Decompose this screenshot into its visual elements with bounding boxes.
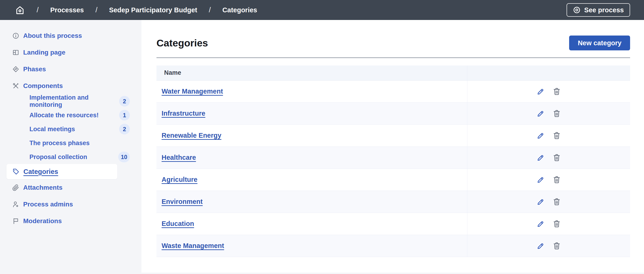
delete-category-button[interactable]: [552, 197, 562, 206]
sidebar-item-label: Components: [23, 82, 63, 90]
main-header: Categories New category: [156, 36, 630, 50]
component-label: Proposal collection: [30, 154, 87, 161]
topbar: / Processes / Sedep Participatory Budget…: [0, 0, 644, 20]
trash-icon: [552, 241, 561, 250]
table-row: Healthcare: [156, 147, 630, 169]
delete-category-button[interactable]: [552, 87, 562, 96]
trash-icon: [552, 131, 561, 140]
edit-category-button[interactable]: [536, 175, 545, 184]
category-link[interactable]: Water Management: [162, 88, 223, 95]
sidebar-item-moderations[interactable]: Moderations: [0, 213, 142, 229]
category-link[interactable]: Healthcare: [162, 154, 196, 161]
sidebar-item-process-admins[interactable]: Process admins: [0, 196, 142, 213]
sidebar-item-label: Categories: [24, 168, 58, 176]
tag-icon: [12, 168, 20, 175]
trash-icon: [552, 153, 561, 162]
table-row: Water Management: [156, 80, 630, 102]
trash-icon: [552, 219, 561, 228]
edit-category-button[interactable]: [536, 131, 545, 140]
breadcrumb: / Processes / Sedep Participatory Budget…: [15, 5, 257, 15]
categories-table: Name Water Management Infrastructure: [156, 65, 630, 257]
delete-category-button[interactable]: [552, 131, 562, 140]
category-link[interactable]: Agriculture: [162, 176, 198, 183]
home-gear-icon: [15, 5, 25, 15]
trash-icon: [552, 109, 561, 118]
component-count-badge: 1: [119, 110, 130, 120]
sidebar-component-allocate-the-resources[interactable]: Allocate the resources! 1: [0, 108, 142, 122]
breadcrumb-separator: /: [37, 6, 39, 14]
pencil-icon: [537, 220, 544, 228]
component-label: The process phases: [30, 140, 90, 147]
edit-category-button[interactable]: [536, 153, 545, 162]
tools-icon: [12, 82, 19, 89]
pencil-icon: [537, 88, 544, 95]
name-column-header: Name: [156, 65, 467, 81]
breadcrumb-processes[interactable]: Processes: [50, 6, 84, 14]
trash-icon: [552, 175, 561, 184]
category-link[interactable]: Renewable Energy: [162, 132, 222, 139]
sidebar-component-the-process-phases[interactable]: The process phases: [0, 136, 142, 150]
table-row: Waste Management: [156, 235, 630, 257]
edit-category-button[interactable]: [536, 197, 545, 206]
footer-strip: [142, 272, 644, 274]
sidebar-item-label: Phases: [23, 65, 46, 73]
delete-category-button[interactable]: [552, 175, 562, 184]
edit-category-button[interactable]: [536, 219, 545, 228]
sidebar-item-label: Process admins: [23, 201, 73, 208]
sidebar-item-label: Attachments: [23, 184, 62, 191]
sidebar-item-label: About this process: [23, 32, 82, 40]
breadcrumb-current-page: Categories: [222, 6, 257, 14]
new-category-button[interactable]: New category: [569, 36, 630, 50]
breadcrumb-separator: /: [96, 6, 98, 14]
sidebar-item-label: Landing page: [23, 49, 65, 56]
sidebar-item-about-this-process[interactable]: About this process: [0, 27, 142, 44]
user-gear-icon: [12, 201, 19, 208]
trash-icon: [552, 87, 561, 96]
component-label: Allocate the resources!: [30, 112, 99, 119]
pencil-icon: [537, 132, 544, 140]
component-label: Local meetings: [30, 126, 75, 133]
delete-category-button[interactable]: [552, 153, 562, 162]
delete-category-button[interactable]: [552, 219, 562, 228]
table-row: Agriculture: [156, 169, 630, 191]
sidebar-component-local-meetings[interactable]: Local meetings 2: [0, 122, 142, 136]
header-divider: [156, 57, 630, 58]
pencil-icon: [537, 154, 544, 162]
trash-icon: [552, 197, 561, 206]
sidebar-item-categories-selected[interactable]: Categories: [6, 164, 117, 179]
edit-category-button[interactable]: [536, 241, 545, 250]
table-row: Renewable Energy: [156, 124, 630, 147]
main-content: Categories New category Name Water Manag…: [142, 20, 644, 274]
sidebar-item-phases[interactable]: Phases: [0, 61, 142, 78]
see-process-label: See process: [584, 6, 624, 14]
breadcrumb-process-name[interactable]: Sedep Participatory Budget: [109, 6, 197, 14]
component-count-badge: 2: [119, 124, 130, 134]
delete-category-button[interactable]: [552, 109, 562, 118]
category-link[interactable]: Education: [162, 220, 194, 227]
delete-category-button[interactable]: [552, 241, 562, 250]
table-header-row: Name: [156, 65, 630, 81]
pencil-icon: [537, 198, 544, 206]
category-link[interactable]: Infrastructure: [162, 110, 206, 117]
sidebar-item-label: Moderations: [23, 217, 62, 225]
page-title: Categories: [156, 38, 208, 48]
sidebar-item-attachments[interactable]: Attachments: [0, 179, 142, 196]
phases-icon: [12, 66, 19, 73]
info-icon: [12, 32, 19, 39]
pencil-icon: [537, 110, 544, 117]
sidebar-component-proposal-collection[interactable]: Proposal collection 10: [0, 150, 142, 164]
component-label: Implementation and monitoring: [30, 94, 119, 108]
paperclip-icon: [12, 184, 19, 191]
see-process-button[interactable]: See process: [566, 3, 630, 17]
edit-category-button[interactable]: [536, 109, 545, 118]
category-link[interactable]: Environment: [162, 198, 202, 205]
sidebar-item-landing-page[interactable]: Landing page: [0, 44, 142, 61]
edit-category-button[interactable]: [536, 87, 545, 96]
flag-icon: [12, 218, 19, 225]
sidebar-component-implementation-and-monitoring[interactable]: Implementation and monitoring 2: [0, 94, 142, 108]
sidebar-item-components[interactable]: Components: [0, 78, 142, 94]
component-count-badge: 2: [119, 96, 130, 107]
table-row: Education: [156, 213, 630, 235]
breadcrumb-home-link[interactable]: [15, 5, 25, 15]
category-link[interactable]: Waste Management: [162, 242, 224, 249]
